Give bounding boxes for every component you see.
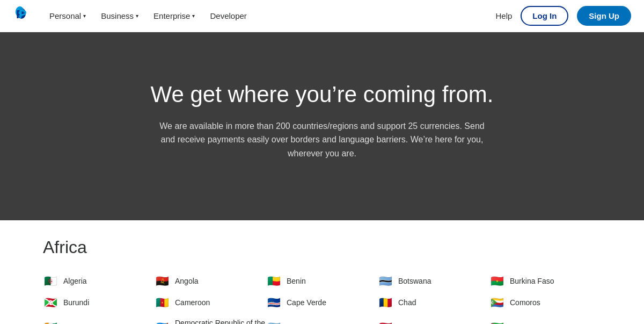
- country-name: Cape Verde: [287, 298, 326, 307]
- country-name: Algeria: [63, 277, 87, 285]
- nav-right: Help Log In Sign Up: [495, 6, 631, 26]
- country-flag-icon: 🇧🇼: [378, 276, 393, 286]
- country-flag-icon: 🇰🇲: [489, 297, 504, 308]
- region-title: Africa: [43, 237, 601, 257]
- nav-label-personal: Personal: [49, 11, 81, 20]
- country-flag-icon: 🇧🇮: [43, 297, 58, 308]
- help-link[interactable]: Help: [495, 11, 512, 20]
- country-flag-icon: 🇨🇻: [266, 297, 281, 308]
- nav-item-personal[interactable]: Personal ▾: [43, 7, 92, 25]
- country-item[interactable]: 🇪🇷Eritrea: [489, 313, 601, 324]
- country-flag-icon: 🇨🇲: [155, 297, 170, 308]
- country-item[interactable]: 🇪🇬Egypt: [378, 313, 489, 324]
- country-name: Democratic Republic of the Congo: [175, 319, 266, 324]
- country-name: Burkina Faso: [510, 277, 554, 285]
- country-item[interactable]: 🇹🇩Chad: [378, 292, 489, 313]
- chevron-down-icon: ▾: [136, 13, 138, 19]
- country-name: Chad: [398, 298, 416, 307]
- country-item[interactable]: 🇧🇫Burkina Faso: [489, 270, 601, 292]
- country-flag-icon: 🇪🇷: [489, 322, 504, 324]
- chevron-down-icon: ▾: [192, 13, 195, 19]
- country-flag-icon: 🇪🇬: [378, 322, 393, 324]
- country-item[interactable]: 🇨🇲Cameroon: [155, 292, 266, 313]
- paypal-logo[interactable]: P P: [13, 6, 30, 26]
- country-name: Burundi: [63, 298, 89, 307]
- nav-label-business: Business: [101, 11, 134, 20]
- nav-label-enterprise: Enterprise: [153, 11, 190, 20]
- chevron-down-icon: ▾: [83, 13, 86, 19]
- country-flag-icon: 🇨🇩: [155, 322, 170, 324]
- nav-label-developer: Developer: [210, 11, 246, 20]
- country-flag-icon: 🇧🇫: [489, 276, 504, 286]
- hero-section: We get where you’re coming from. We are …: [0, 32, 644, 220]
- country-flag-icon: 🇨🇮: [43, 322, 58, 324]
- country-item[interactable]: 🇨🇻Cape Verde: [266, 292, 378, 313]
- country-item[interactable]: 🇩🇿Algeria: [43, 270, 155, 292]
- signup-button[interactable]: Sign Up: [577, 6, 631, 26]
- nav-item-enterprise[interactable]: Enterprise ▾: [147, 7, 201, 25]
- country-flag-icon: 🇩🇯: [266, 322, 281, 324]
- country-flag-icon: 🇧🇯: [266, 276, 281, 286]
- country-name: Benin: [287, 277, 306, 285]
- country-item[interactable]: 🇰🇲Comoros: [489, 292, 601, 313]
- login-button[interactable]: Log In: [521, 6, 568, 26]
- country-name: Comoros: [510, 298, 540, 307]
- countries-grid: 🇩🇿Algeria🇦🇴Angola🇧🇯Benin🇧🇼Botswana🇧🇫Burk…: [43, 270, 601, 324]
- nav-item-business[interactable]: Business ▾: [94, 7, 145, 25]
- africa-section: Africa 🇩🇿Algeria🇦🇴Angola🇧🇯Benin🇧🇼Botswan…: [0, 220, 644, 324]
- hero-subtitle: We are available in more than 200 countr…: [156, 119, 488, 161]
- country-item[interactable]: 🇩🇯Djibouti: [266, 313, 378, 324]
- country-name: Cameroon: [175, 298, 210, 307]
- country-item[interactable]: 🇨🇩Democratic Republic of the Congo: [155, 313, 266, 324]
- hero-title: We get where you’re coming from.: [151, 81, 494, 108]
- navbar: P P Personal ▾ Business ▾ Enterprise ▾ D…: [0, 0, 644, 32]
- country-name: Botswana: [398, 277, 431, 285]
- country-item[interactable]: 🇧🇼Botswana: [378, 270, 489, 292]
- country-item[interactable]: 🇨🇮Cote d'Ivoire: [43, 313, 155, 324]
- country-flag-icon: 🇩🇿: [43, 276, 58, 286]
- country-item[interactable]: 🇧🇮Burundi: [43, 292, 155, 313]
- nav-item-developer[interactable]: Developer: [203, 7, 253, 25]
- country-name: Angola: [175, 277, 199, 285]
- country-item[interactable]: 🇧🇯Benin: [266, 270, 378, 292]
- country-item[interactable]: 🇦🇴Angola: [155, 270, 266, 292]
- country-flag-icon: 🇦🇴: [155, 276, 170, 286]
- svg-text:P: P: [19, 8, 27, 21]
- nav-links: Personal ▾ Business ▾ Enterprise ▾ Devel…: [43, 7, 495, 25]
- country-flag-icon: 🇹🇩: [378, 297, 393, 308]
